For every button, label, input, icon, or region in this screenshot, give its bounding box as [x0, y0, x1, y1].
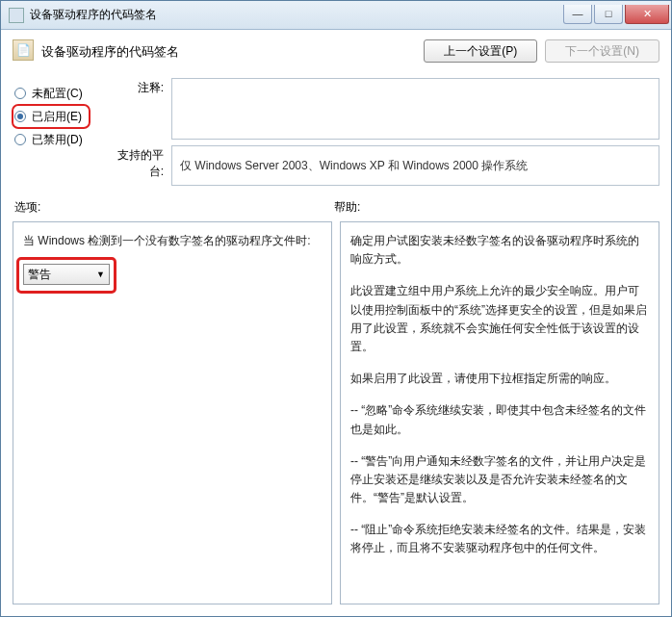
radio-not-configured[interactable]: 未配置(C) — [13, 82, 104, 105]
comment-row: 注释: — [104, 78, 659, 140]
platform-box: 仅 Windows Server 2003、Windows XP 和 Windo… — [171, 145, 659, 186]
options-prompt: 当 Windows 检测到一个没有数字签名的驱动程序文件时: — [23, 232, 322, 250]
help-text: -- “警告”向用户通知未经数字签名的文件，并让用户决定是停止安装还是继续安装以… — [350, 452, 649, 508]
fields-column: 注释: 支持的平台: 仅 Windows Server 2003、Windows… — [104, 78, 659, 186]
comment-textarea[interactable] — [171, 78, 659, 140]
platform-label: 支持的平台: — [104, 145, 171, 180]
dialog-window: 设备驱动程序的代码签名 — □ ✕ 📄 设备驱动程序的代码签名 上一个设置(P)… — [0, 0, 672, 617]
mid-section: 未配置(C) 已启用(E) 已禁用(D) 注释: — [13, 78, 659, 186]
policy-icon: 📄 — [13, 39, 34, 61]
next-setting-button: 下一个设置(N) — [545, 39, 659, 63]
radio-icon — [14, 111, 26, 122]
window-controls: — □ ✕ — [561, 5, 669, 26]
help-text: -- “阻止”命令系统拒绝安装未经签名的文件。结果是，安装将停止，而且将不安装驱… — [350, 521, 649, 557]
titlebar: 设备驱动程序的代码签名 — □ ✕ — [1, 1, 671, 30]
help-text: 此设置建立组中用户系统上允许的最少安全响应。用户可以使用控制面板中的“系统”选择… — [350, 282, 649, 356]
nav-buttons: 上一个设置(P) 下一个设置(N) — [424, 39, 659, 63]
minimize-button[interactable]: — — [563, 5, 592, 24]
combo-wrap: 警告 ▼ — [23, 264, 114, 285]
comment-label: 注释: — [104, 78, 171, 96]
chevron-down-icon: ▼ — [96, 270, 105, 279]
split-panels: 当 Windows 检测到一个没有数字签名的驱动程序文件时: 警告 ▼ 确定用户… — [13, 221, 659, 604]
prev-setting-button[interactable]: 上一个设置(P) — [424, 39, 537, 63]
policy-title: 设备驱动程序的代码签名 — [41, 39, 424, 61]
window-icon — [9, 8, 24, 23]
window-title: 设备驱动程序的代码签名 — [30, 7, 561, 23]
help-text: 如果启用了此设置，请使用下拉框指定所需的响应。 — [350, 370, 649, 388]
platform-value: 仅 Windows Server 2003、Windows XP 和 Windo… — [180, 158, 528, 174]
radio-enabled[interactable]: 已启用(E) — [13, 105, 90, 128]
action-combobox[interactable]: 警告 ▼ — [23, 264, 110, 285]
state-radio-group: 未配置(C) 已启用(E) 已禁用(D) — [13, 78, 104, 186]
radio-icon — [14, 134, 26, 145]
radio-icon — [14, 88, 26, 99]
section-labels: 选项: 帮助: — [13, 199, 659, 216]
help-text: -- “忽略”命令系统继续安装，即使其中包含未经签名的文件也是如此。 — [350, 401, 649, 438]
options-panel: 当 Windows 检测到一个没有数字签名的驱动程序文件时: 警告 ▼ — [13, 221, 332, 604]
header-row: 📄 设备驱动程序的代码签名 上一个设置(P) 下一个设置(N) — [13, 39, 659, 63]
help-text: 确定用户试图安装未经数字签名的设备驱动程序时系统的响应方式。 — [350, 232, 649, 269]
radio-label: 已禁用(D) — [32, 132, 83, 148]
radio-disabled[interactable]: 已禁用(D) — [13, 128, 104, 151]
content-area: 📄 设备驱动程序的代码签名 上一个设置(P) 下一个设置(N) 未配置(C) 已… — [1, 30, 671, 616]
radio-label: 未配置(C) — [32, 86, 83, 102]
radio-label: 已启用(E) — [32, 109, 82, 125]
close-button[interactable]: ✕ — [625, 5, 669, 24]
options-label: 选项: — [13, 199, 334, 216]
maximize-button[interactable]: □ — [594, 5, 623, 24]
help-panel: 确定用户试图安装未经数字签名的设备驱动程序时系统的响应方式。 此设置建立组中用户… — [340, 221, 659, 604]
help-label: 帮助: — [334, 199, 360, 216]
combo-value: 警告 — [28, 267, 96, 283]
platform-row: 支持的平台: 仅 Windows Server 2003、Windows XP … — [104, 145, 659, 186]
